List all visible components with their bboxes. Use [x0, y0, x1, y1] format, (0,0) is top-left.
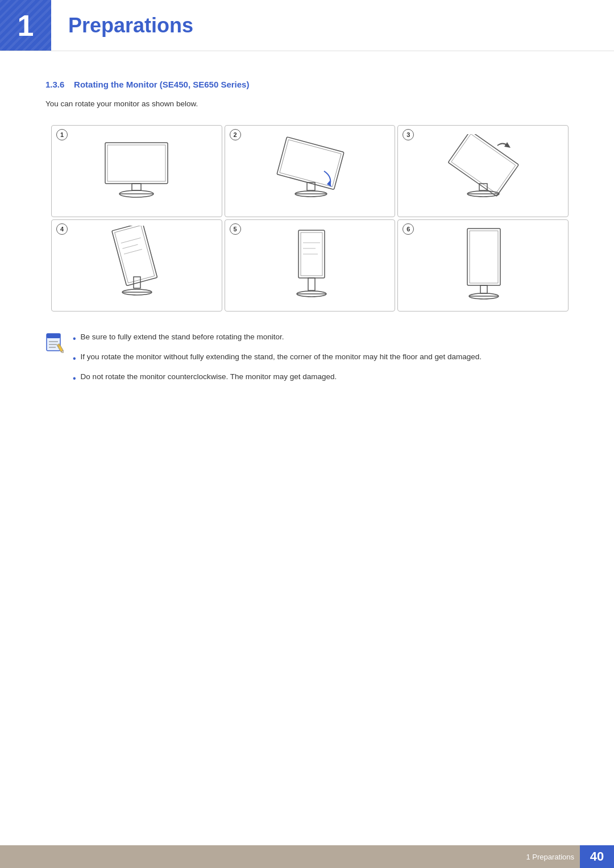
svg-line-21	[124, 249, 142, 254]
chapter-number: 1	[18, 9, 34, 43]
diagram-svg-1	[57, 131, 216, 211]
diagram-label-2: 2	[230, 129, 241, 140]
main-content: 1.3.6 Rotating the Monitor (SE450, SE650…	[0, 51, 614, 437]
svg-rect-0	[105, 143, 168, 184]
section-number: 1.3.6	[45, 80, 64, 89]
section-heading: 1.3.6 Rotating the Monitor (SE450, SE650…	[45, 80, 569, 89]
diagram-svg-5	[231, 226, 389, 305]
bullet-3: •	[73, 372, 76, 385]
svg-rect-6	[280, 140, 341, 187]
notes-section: • Be sure to fully extend the stand befo…	[45, 331, 569, 391]
svg-line-20	[123, 244, 138, 248]
svg-rect-2	[132, 184, 141, 190]
section-title: Rotating the Monitor (SE450, SE650 Serie…	[74, 80, 249, 89]
diagram-svg-4	[57, 226, 216, 305]
diagram-svg-6	[404, 226, 562, 305]
page-footer: 1 Preparations 40	[0, 845, 614, 868]
svg-rect-35	[480, 285, 487, 293]
notes-list: • Be sure to fully extend the stand befo…	[73, 331, 482, 391]
svg-rect-39	[47, 334, 60, 338]
page-header: 1 Preparations	[0, 0, 614, 51]
section-description: You can rotate your monitor as shown bel…	[45, 99, 569, 108]
diagram-svg-2	[231, 131, 389, 211]
note-item-1: • Be sure to fully extend the stand befo…	[73, 331, 482, 346]
svg-rect-34	[470, 231, 498, 283]
svg-rect-33	[467, 229, 500, 285]
chapter-number-block: 1	[0, 0, 51, 51]
diagram-cell-3: 3	[397, 125, 569, 217]
note-text-2: If you rotate the monitor without fully …	[81, 351, 482, 363]
diagram-label-5: 5	[230, 223, 241, 235]
chapter-title: Preparations	[68, 14, 193, 38]
svg-marker-16	[504, 142, 511, 148]
note-text-1: Be sure to fully extend the stand before…	[81, 331, 284, 343]
note-icon	[45, 333, 66, 353]
svg-rect-11	[448, 134, 518, 196]
svg-rect-18	[115, 226, 155, 283]
diagram-cell-1: 1	[51, 125, 222, 217]
svg-rect-1	[107, 145, 165, 181]
note-text-3: Do not rotate the monitor counterclockwi…	[81, 371, 337, 383]
footer-page-number: 40	[580, 845, 614, 868]
svg-rect-30	[308, 278, 315, 290]
diagram-grid: 1 2	[51, 125, 569, 312]
bullet-2: •	[73, 352, 76, 366]
diagram-cell-5: 5	[225, 219, 396, 312]
note-item-3: • Do not rotate the monitor counterclock…	[73, 371, 482, 385]
footer-text: 1 Preparations	[526, 853, 580, 861]
note-item-2: • If you rotate the monitor without full…	[73, 351, 482, 366]
svg-line-19	[121, 238, 141, 243]
diagram-cell-2: 2	[225, 125, 396, 217]
svg-rect-12	[451, 134, 515, 193]
diagram-label-1: 1	[56, 129, 68, 140]
diagram-cell-4: 4	[51, 219, 222, 312]
chapter-title-area: Preparations	[51, 0, 614, 51]
diagram-svg-3	[404, 131, 562, 211]
diagram-label-4: 4	[56, 223, 68, 235]
bullet-1: •	[73, 332, 76, 346]
diagram-cell-6: 6	[397, 219, 569, 312]
